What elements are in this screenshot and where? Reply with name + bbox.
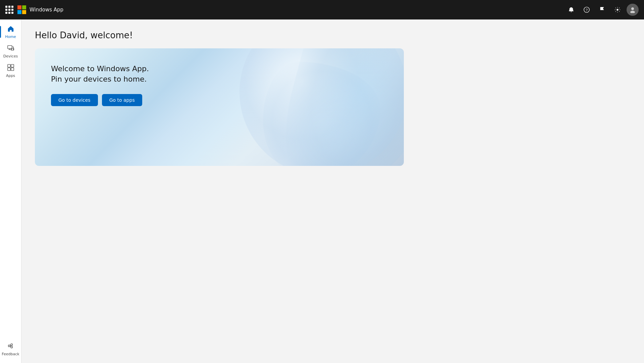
svg-rect-5	[7, 46, 12, 49]
svg-point-4	[630, 11, 635, 13]
settings-icon	[614, 7, 621, 13]
welcome-buttons: Go to devices Go to apps	[51, 94, 149, 106]
go-to-devices-button[interactable]: Go to devices	[51, 94, 98, 106]
welcome-heading-line2: Pin your devices to home.	[51, 75, 149, 83]
help-icon: ?	[584, 7, 590, 13]
devices-icon	[7, 44, 14, 53]
svg-rect-10	[11, 68, 13, 71]
svg-point-3	[631, 7, 634, 10]
apps-svg	[7, 64, 14, 71]
sidebar-feedback-button[interactable]: Feedback	[0, 339, 20, 359]
svg-text:?: ?	[586, 8, 588, 12]
sidebar-home-label: Home	[5, 35, 16, 39]
sidebar-item-apps[interactable]: Apps	[1, 61, 20, 81]
feedback-icon	[7, 342, 14, 351]
decorative-swirl	[179, 48, 404, 166]
svg-rect-8	[11, 64, 13, 67]
feedback-svg	[7, 342, 14, 350]
home-svg	[7, 25, 14, 32]
bell-icon	[568, 7, 574, 13]
sidebar: Home Devices Apps	[0, 19, 21, 363]
flag-button[interactable]	[596, 3, 608, 16]
ms-logo-squares	[17, 5, 26, 14]
main-content: Hello David, welcome! Welcome to Windows…	[21, 19, 644, 363]
app-title: Windows App	[30, 7, 63, 13]
svg-rect-9	[7, 68, 10, 71]
sidebar-apps-label: Apps	[6, 74, 15, 78]
settings-button[interactable]	[611, 3, 624, 16]
greeting-text: Hello David, welcome!	[35, 30, 631, 40]
sidebar-feedback-label: Feedback	[2, 352, 19, 356]
avatar-button[interactable]	[627, 4, 639, 16]
topbar-actions: ?	[565, 3, 639, 16]
flag-icon	[599, 7, 605, 13]
svg-point-13	[11, 346, 12, 348]
svg-point-2	[616, 9, 618, 10]
svg-point-11	[8, 345, 10, 347]
topbar: Windows App ?	[0, 0, 644, 19]
apps-icon	[7, 64, 14, 72]
welcome-heading-line1: Welcome to Windows App.	[51, 64, 149, 73]
sidebar-item-devices[interactable]: Devices	[1, 42, 20, 61]
devices-svg	[7, 44, 14, 52]
svg-rect-7	[7, 64, 10, 67]
home-icon	[7, 25, 14, 33]
svg-point-12	[11, 344, 12, 346]
notification-button[interactable]	[565, 3, 578, 16]
welcome-text-block: Welcome to Windows App. Pin your devices…	[51, 64, 149, 106]
apps-grid-button[interactable]	[5, 6, 13, 14]
go-to-apps-button[interactable]: Go to apps	[102, 94, 142, 106]
sidebar-item-home[interactable]: Home	[1, 22, 20, 42]
welcome-card: Welcome to Windows App. Pin your devices…	[35, 48, 404, 166]
sidebar-devices-label: Devices	[3, 54, 18, 58]
microsoft-logo: Windows App	[17, 5, 63, 14]
help-button[interactable]: ?	[580, 3, 593, 16]
user-avatar-icon	[629, 6, 636, 13]
